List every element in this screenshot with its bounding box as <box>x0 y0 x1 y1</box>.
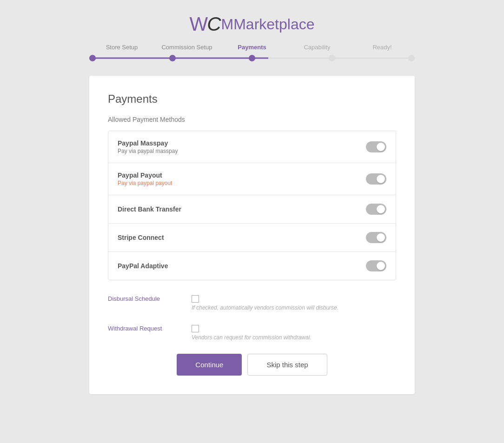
toggle-track-stripe-connect <box>366 232 386 243</box>
stepper: Store Setup Commission Setup Payments Ca… <box>89 44 415 62</box>
payment-info-paypal-adaptive: PayPal Adaptive <box>118 262 168 270</box>
toggle-direct-bank-transfer[interactable] <box>366 204 386 215</box>
field-hint-withdrawal: Vendors can request for commission withd… <box>192 334 312 341</box>
payment-name-paypal-adaptive: PayPal Adaptive <box>118 262 168 270</box>
toggle-thumb-paypal-payout <box>377 175 385 183</box>
toggle-stripe-connect[interactable] <box>366 232 386 243</box>
stepper-dot-2 <box>169 55 176 61</box>
field-right-withdrawal: Vendors can request for commission withd… <box>192 324 312 341</box>
toggle-paypal-adaptive[interactable] <box>366 260 386 271</box>
step-label-store-setup: Store Setup <box>89 44 154 51</box>
toggle-track-direct-bank-transfer <box>366 204 386 215</box>
field-row-disbursal: Disbursal Schedule If checked, automatic… <box>108 294 396 311</box>
field-label-disbursal: Disbursal Schedule <box>108 294 182 302</box>
toggle-thumb-paypal-masspay <box>377 143 385 151</box>
withdrawal-request-checkbox[interactable] <box>192 325 199 332</box>
payment-row-direct-bank-transfer: Direct Bank Transfer <box>108 195 396 224</box>
toggle-thumb-paypal-adaptive <box>377 262 385 270</box>
toggle-paypal-payout[interactable] <box>366 173 386 185</box>
payment-desc-paypal-payout: Pay via paypal payout <box>118 180 172 186</box>
toggle-track-paypal-masspay <box>366 141 386 152</box>
stepper-dot-4 <box>329 55 335 61</box>
step-label-commission-setup: Commission Setup <box>154 44 219 51</box>
payment-info-paypal-masspay: Paypal Masspay Pay via paypal masspay <box>118 139 178 154</box>
page-title: Payments <box>108 93 396 106</box>
toggle-paypal-masspay[interactable] <box>366 141 386 152</box>
payment-info-paypal-payout: Paypal Payout Pay via paypal payout <box>118 172 172 186</box>
field-row-withdrawal: Withdrawal Request Vendors can request f… <box>108 324 396 341</box>
payment-info-direct-bank-transfer: Direct Bank Transfer <box>118 205 181 213</box>
field-label-withdrawal: Withdrawal Request <box>108 324 182 332</box>
stepper-labels: Store Setup Commission Setup Payments Ca… <box>89 44 415 51</box>
stepper-dot-5 <box>408 55 415 61</box>
payment-row-stripe-connect: Stripe Connect <box>108 224 396 252</box>
button-row: Continue Skip this step <box>108 354 396 376</box>
disbursal-schedule-checkbox[interactable] <box>192 295 199 303</box>
section-title: Allowed Payment Methods <box>108 116 396 123</box>
stepper-track <box>89 54 415 62</box>
toggle-track-paypal-payout <box>366 173 386 185</box>
logo-marketplace-text: MMarketplace <box>221 16 315 33</box>
toggle-thumb-stripe-connect <box>377 233 385 242</box>
payment-row-paypal-adaptive: PayPal Adaptive <box>108 252 396 280</box>
payment-row-paypal-payout: Paypal Payout Pay via paypal payout <box>108 163 396 195</box>
step-label-ready: Ready! <box>350 44 415 51</box>
stepper-dot-1 <box>89 55 96 61</box>
skip-button[interactable]: Skip this step <box>247 354 327 376</box>
stepper-dot-3 <box>249 55 255 61</box>
logo-wc: WC <box>190 13 220 35</box>
payment-name-paypal-payout: Paypal Payout <box>118 172 172 179</box>
payment-name-paypal-masspay: Paypal Masspay <box>118 139 178 147</box>
field-right-disbursal: If checked, automatically vendors commis… <box>192 294 338 311</box>
payment-row-paypal-masspay: Paypal Masspay Pay via paypal masspay <box>108 131 396 163</box>
logo: WC MMarketplace <box>190 13 315 35</box>
step-label-capability: Capability <box>285 44 350 51</box>
payment-desc-paypal-masspay: Pay via paypal masspay <box>118 148 178 154</box>
step-label-payments: Payments <box>219 44 285 51</box>
payment-name-direct-bank-transfer: Direct Bank Transfer <box>118 205 181 213</box>
field-hint-disbursal: If checked, automatically vendors commis… <box>192 304 338 311</box>
toggle-thumb-direct-bank-transfer <box>377 205 385 213</box>
stepper-dots <box>89 55 415 61</box>
toggle-track-paypal-adaptive <box>366 260 386 271</box>
main-card: Payments Allowed Payment Methods Paypal … <box>89 76 415 394</box>
continue-button[interactable]: Continue <box>177 354 242 376</box>
payment-methods-list: Paypal Masspay Pay via paypal masspay Pa… <box>108 131 396 280</box>
header: WC MMarketplace <box>0 0 504 44</box>
payment-info-stripe-connect: Stripe Connect <box>118 234 164 241</box>
payment-name-stripe-connect: Stripe Connect <box>118 234 164 241</box>
